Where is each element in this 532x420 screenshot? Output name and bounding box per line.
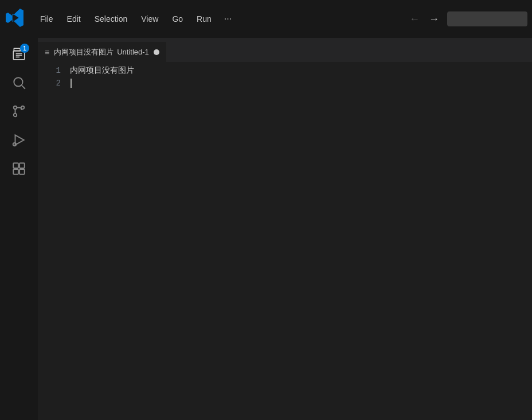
menu-more[interactable]: ··· [220,11,236,26]
titlebar: File Edit Selection View Go Run ··· ← → [0,0,532,38]
tab-file-icon: ≡ [45,48,49,57]
main-layout: 1 [0,38,532,420]
tab-filename-sub: Untitled-1 [117,48,149,56]
svg-point-9 [14,114,17,116]
menu-bar: File Edit Selection View Go Run ··· [34,11,401,26]
nav-arrows: ← → [406,12,443,26]
tab-bar: ≡ 内网项目没有图片 Untitled-1 [38,38,532,62]
code-editor[interactable]: 内网项目没有图片 [68,62,532,420]
explorer-badge: 1 [20,44,29,53]
svg-rect-13 [19,163,25,168]
nav-back-button[interactable]: ← [406,12,423,26]
svg-point-5 [14,77,22,86]
svg-rect-14 [13,169,18,174]
menu-view[interactable]: View [135,12,164,26]
editor-tab[interactable]: ≡ 内网项目没有图片 Untitled-1 [38,41,166,62]
menu-run[interactable]: Run [191,12,217,26]
tab-filename-main: 内网项目没有图片 [54,47,114,57]
menu-edit[interactable]: Edit [61,12,87,26]
line-number-1: 1 [38,64,61,77]
nav-forward-button[interactable]: → [425,12,443,26]
svg-rect-12 [13,163,18,168]
code-line-1: 内网项目没有图片 [70,64,532,77]
menu-go[interactable]: Go [166,12,189,26]
activity-item-extensions[interactable] [5,155,33,182]
command-palette-input[interactable] [447,11,527,26]
svg-marker-10 [15,135,24,145]
editor-area: ≡ 内网项目没有图片 Untitled-1 1 2 内网项目没有图片 [38,38,532,420]
activity-bar: 1 [0,38,38,420]
activity-item-explorer[interactable]: 1 [5,40,33,68]
activity-item-source-control[interactable] [5,98,33,125]
tab-title: 内网项目没有图片 Untitled-1 [54,47,149,57]
vscode-logo [5,7,28,30]
editor-content[interactable]: 1 2 内网项目没有图片 [38,62,532,420]
activity-item-run-debug[interactable] [5,126,33,154]
svg-point-11 [13,143,16,146]
activity-item-search[interactable] [5,69,33,96]
tab-unsaved-indicator [154,49,159,55]
code-line-1-text: 内网项目没有图片 [70,64,134,77]
svg-line-6 [22,85,25,89]
svg-point-7 [14,106,17,109]
line-numbers: 1 2 [38,62,68,420]
line-number-2: 2 [38,77,61,90]
text-cursor [71,79,72,88]
svg-rect-15 [19,169,25,174]
menu-selection[interactable]: Selection [89,12,134,26]
code-line-2 [70,77,532,90]
menu-file[interactable]: File [34,12,59,26]
